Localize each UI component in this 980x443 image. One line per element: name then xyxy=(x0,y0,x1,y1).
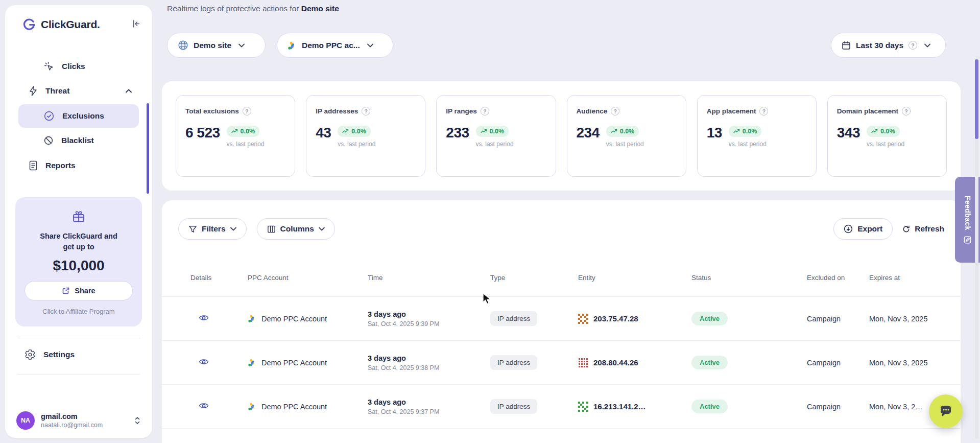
stat-caption: vs. last period xyxy=(606,141,644,148)
column-header-excluded-on: Excluded on xyxy=(807,273,869,283)
help-icon[interactable] xyxy=(759,107,768,115)
sidebar-item-label: Clicks xyxy=(62,62,85,71)
ppc-account-name: Demo PPC Account xyxy=(261,315,327,323)
funnel-icon xyxy=(188,225,197,234)
stat-card-total-exclusions: Total exclusions 6 523 0.0% vs. last per… xyxy=(176,95,295,177)
page-scrollbar-thumb[interactable] xyxy=(975,59,978,139)
stat-caption: vs. last period xyxy=(867,141,904,148)
expires-at-value: Mon, Nov 3, 2025 xyxy=(869,315,948,323)
sidebar-scrollbar-thumb[interactable] xyxy=(147,103,149,194)
chevron-down-icon xyxy=(367,43,373,48)
time-absolute: Sat, Oct 4, 2025 9:37 PM xyxy=(368,408,490,415)
stat-delta-badge: 0.0% xyxy=(227,126,260,137)
trend-up-icon xyxy=(481,129,487,134)
feedback-pencil-icon xyxy=(964,236,971,244)
identicon-icon xyxy=(578,358,588,368)
stat-value: 13 xyxy=(707,125,722,141)
columns-button[interactable]: Columns xyxy=(257,218,335,240)
affiliate-promo-card: Share ClickGuard and get up to $10,000 S… xyxy=(15,197,142,327)
view-details-button[interactable] xyxy=(198,400,210,413)
ppc-account-name: Demo PPC Account xyxy=(261,359,327,367)
sidebar-item-blacklist[interactable]: Blacklist xyxy=(18,129,139,152)
expires-at-value: Mon, Nov 3, 2025 xyxy=(869,359,948,367)
share-button[interactable]: Share xyxy=(25,281,133,300)
filters-button[interactable]: Filters xyxy=(178,218,247,240)
affiliate-program-link[interactable]: Click to Affiliate Program xyxy=(25,308,133,315)
column-header-status: Status xyxy=(691,273,807,283)
excluded-on-value: Campaign xyxy=(807,315,869,323)
status-badge: Active xyxy=(691,356,728,369)
badge-check-icon xyxy=(43,110,55,122)
cursor-click-icon xyxy=(44,61,54,72)
date-range-dropdown[interactable]: Last 30 days xyxy=(831,33,946,58)
external-link-icon xyxy=(62,287,70,295)
column-header-entity: Entity xyxy=(578,273,691,283)
sidebar-item-label: Settings xyxy=(43,350,75,359)
time-relative: 3 days ago xyxy=(368,354,490,362)
export-button[interactable]: Export xyxy=(833,218,893,240)
page-subtitle: Realtime logs of protective actions for … xyxy=(167,4,339,13)
view-details-button[interactable] xyxy=(198,312,210,325)
promo-text: Share ClickGuard and get up to xyxy=(35,231,123,252)
divider xyxy=(17,338,140,338)
stat-value: 343 xyxy=(837,125,860,141)
help-icon[interactable] xyxy=(481,107,489,115)
trend-up-icon xyxy=(871,129,878,134)
stat-delta-badge: 0.0% xyxy=(606,126,639,137)
document-icon xyxy=(29,160,38,171)
trend-up-icon xyxy=(733,129,740,134)
sidebar-item-settings[interactable]: Settings xyxy=(5,342,152,367)
entity-value: 208.80.44.26 xyxy=(593,358,638,367)
view-details-button[interactable] xyxy=(198,356,210,369)
google-ads-icon xyxy=(248,314,256,323)
excluded-on-value: Campaign xyxy=(807,359,869,367)
stat-delta-badge: 0.0% xyxy=(867,126,900,137)
stat-caption: vs. last period xyxy=(227,141,265,148)
refresh-button[interactable]: Refresh xyxy=(902,218,944,240)
chat-widget-button[interactable] xyxy=(929,394,963,428)
sidebar-item-threat[interactable]: Threat xyxy=(5,79,152,103)
time-relative: 3 days ago xyxy=(368,398,490,406)
avatar: NA xyxy=(16,411,35,430)
lightning-icon xyxy=(29,86,38,96)
sidebar-item-label: Exclusions xyxy=(62,111,104,121)
stat-value: 234 xyxy=(577,125,600,141)
feedback-label: Feedback xyxy=(964,196,972,230)
ppc-account-name: Demo PPC Account xyxy=(261,403,327,411)
user-account-switcher[interactable]: NA gmail.com naatali.ro@gmail.com xyxy=(5,411,152,430)
refresh-icon xyxy=(902,225,911,234)
stats-panel: Total exclusions 6 523 0.0% vs. last per… xyxy=(162,81,961,191)
help-icon[interactable] xyxy=(611,107,619,115)
table-row: Demo PPC Account 3 days agoSat, Oct 4, 2… xyxy=(162,341,961,385)
sidebar-item-exclusions[interactable]: Exclusions xyxy=(18,104,139,128)
time-absolute: Sat, Oct 4, 2025 9:38 PM xyxy=(368,364,490,371)
trend-up-icon xyxy=(342,129,349,134)
gift-icon xyxy=(71,209,86,224)
help-icon[interactable] xyxy=(243,107,251,115)
table-toolbar: Filters Columns Export Refresh xyxy=(162,218,961,240)
sidebar-item-reports[interactable]: Reports xyxy=(5,153,152,178)
stat-label: IP ranges xyxy=(446,107,477,115)
chevron-down-icon xyxy=(238,43,245,48)
column-header-details: Details xyxy=(190,273,248,283)
trend-up-icon xyxy=(231,129,238,134)
subtitle-site-name: Demo site xyxy=(301,4,339,13)
sidebar-item-clicks[interactable]: Clicks xyxy=(5,54,152,79)
help-icon[interactable] xyxy=(909,41,917,50)
help-icon[interactable] xyxy=(902,107,911,115)
stat-card-ip-ranges: IP ranges 233 0.0% vs. last period xyxy=(436,95,556,177)
trend-up-icon xyxy=(611,129,617,134)
sidebar-nav: Clicks Threat Exclusions Blacklist xyxy=(5,54,152,178)
status-badge: Active xyxy=(691,400,728,413)
ban-icon xyxy=(43,135,54,146)
google-ads-icon xyxy=(248,402,256,411)
sidebar-item-label: Reports xyxy=(45,161,76,170)
stat-card-domain-placement: Domain placement 343 0.0% vs. last perio… xyxy=(827,95,947,177)
ppc-account-selector-dropdown[interactable]: Demo PPC ac... xyxy=(277,33,393,58)
sidebar-collapse-button[interactable] xyxy=(131,19,141,30)
help-icon[interactable] xyxy=(362,107,370,115)
site-selector-dropdown[interactable]: Demo site xyxy=(167,33,266,58)
chat-bubble-icon xyxy=(938,404,953,419)
stat-delta-badge: 0.0% xyxy=(729,126,762,137)
stat-caption: vs. last period xyxy=(476,141,514,148)
